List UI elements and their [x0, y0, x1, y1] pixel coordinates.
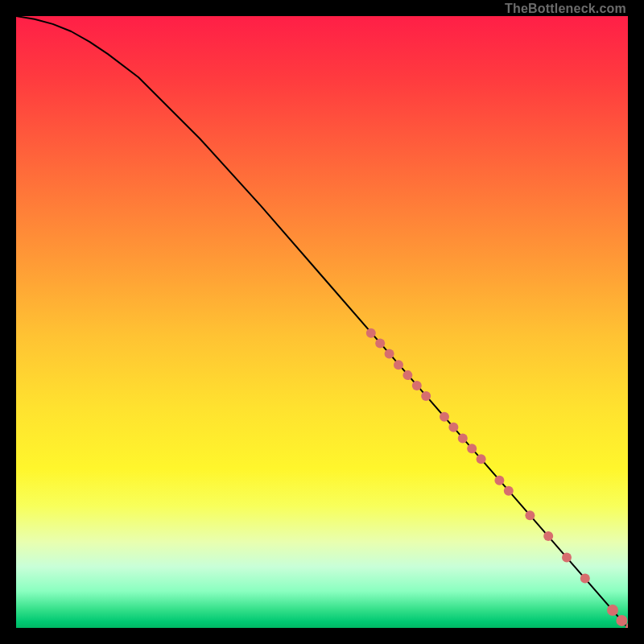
- branding-watermark: TheBottleneck.com: [505, 2, 626, 16]
- data-point: [366, 328, 376, 338]
- plot-area: TheBottleneck.com: [16, 16, 628, 628]
- data-point: [477, 454, 486, 464]
- data-point: [440, 412, 449, 422]
- data-point: [412, 381, 422, 390]
- data-point: [607, 605, 618, 616]
- data-point: [458, 433, 468, 443]
- data-point: [580, 573, 590, 583]
- data-point: [394, 360, 403, 369]
- data-point: [525, 510, 535, 520]
- data-point: [385, 349, 394, 359]
- data-point: [421, 391, 431, 401]
- data-point: [562, 553, 572, 563]
- data-point: [402, 370, 412, 380]
- data-point: [448, 423, 458, 432]
- chart-frame: TheBottleneck.com: [0, 0, 644, 644]
- curve-path: [16, 16, 628, 628]
- data-point: [494, 476, 504, 485]
- data-point: [375, 339, 385, 349]
- data-point: [543, 531, 553, 541]
- data-point: [504, 486, 514, 496]
- data-point: [616, 615, 627, 626]
- data-point: [467, 444, 477, 453]
- chart-svg: [16, 16, 628, 628]
